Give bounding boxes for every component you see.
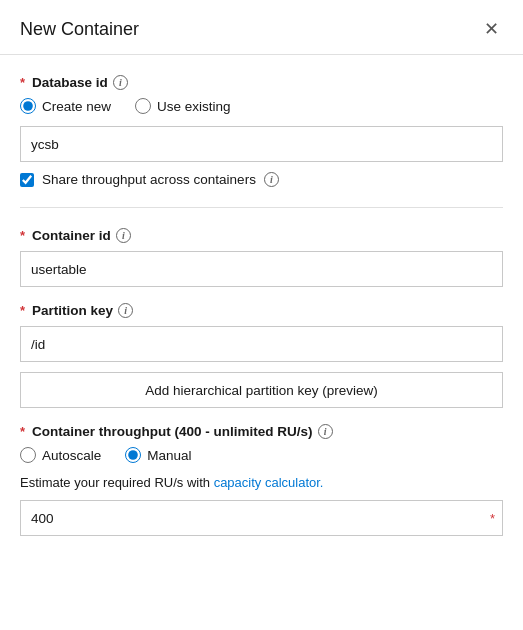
dialog-header: New Container ✕ (0, 0, 523, 55)
partition-key-section: * Partition key i Add hierarchical parti… (20, 303, 503, 408)
partition-key-label: * Partition key i (20, 303, 503, 318)
share-throughput-label: Share throughput across containers (42, 172, 256, 187)
database-id-required-star: * (20, 75, 25, 90)
manual-label: Manual (147, 448, 191, 463)
container-id-required-star: * (20, 228, 25, 243)
capacity-calculator-link[interactable]: capacity calculator. (214, 475, 324, 490)
dialog-title: New Container (20, 19, 139, 40)
database-id-info-icon[interactable]: i (113, 75, 128, 90)
container-id-info-icon[interactable]: i (116, 228, 131, 243)
dialog-body: * Database id i Create new Use existing … (0, 55, 523, 556)
container-id-section: * Container id i (20, 228, 503, 287)
autoscale-option[interactable]: Autoscale (20, 447, 101, 463)
database-id-label-text: Database id (32, 75, 108, 90)
database-id-section: * Database id i Create new Use existing … (20, 75, 503, 187)
throughput-section: * Container throughput (400 - unlimited … (20, 424, 503, 536)
throughput-input-wrapper: * (20, 500, 503, 536)
use-existing-radio[interactable] (135, 98, 151, 114)
throughput-label-text: Container throughput (400 - unlimited RU… (32, 424, 313, 439)
estimate-text-row: Estimate your required RU/s with capacit… (20, 475, 503, 490)
container-id-label: * Container id i (20, 228, 503, 243)
share-throughput-row: Share throughput across containers i (20, 172, 503, 187)
database-id-input[interactable] (20, 126, 503, 162)
section-divider (20, 207, 503, 208)
manual-radio[interactable] (125, 447, 141, 463)
database-id-label: * Database id i (20, 75, 503, 90)
create-new-option[interactable]: Create new (20, 98, 111, 114)
autoscale-radio[interactable] (20, 447, 36, 463)
container-id-label-text: Container id (32, 228, 111, 243)
use-existing-label: Use existing (157, 99, 231, 114)
create-new-radio[interactable] (20, 98, 36, 114)
throughput-info-icon[interactable]: i (318, 424, 333, 439)
share-throughput-checkbox[interactable] (20, 173, 34, 187)
autoscale-label: Autoscale (42, 448, 101, 463)
add-hierarchical-partition-button[interactable]: Add hierarchical partition key (preview) (20, 372, 503, 408)
share-throughput-info-icon[interactable]: i (264, 172, 279, 187)
create-new-label: Create new (42, 99, 111, 114)
throughput-input-required-star: * (490, 511, 495, 526)
use-existing-option[interactable]: Use existing (135, 98, 231, 114)
partition-key-label-text: Partition key (32, 303, 113, 318)
partition-key-info-icon[interactable]: i (118, 303, 133, 318)
throughput-radio-group: Autoscale Manual (20, 447, 503, 463)
throughput-label: * Container throughput (400 - unlimited … (20, 424, 503, 439)
estimate-text-label: Estimate your required RU/s with (20, 475, 210, 490)
throughput-input[interactable] (20, 500, 503, 536)
partition-key-required-star: * (20, 303, 25, 318)
throughput-required-star: * (20, 424, 25, 439)
new-container-dialog: New Container ✕ * Database id i Create n… (0, 0, 523, 630)
container-id-input[interactable] (20, 251, 503, 287)
close-button[interactable]: ✕ (480, 18, 503, 40)
database-id-radio-group: Create new Use existing (20, 98, 503, 114)
partition-key-input[interactable] (20, 326, 503, 362)
manual-option[interactable]: Manual (125, 447, 191, 463)
